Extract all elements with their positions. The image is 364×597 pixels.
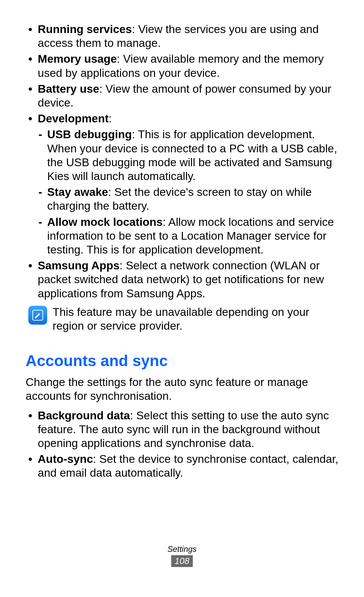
bullet-memory-usage: Memory usage: View available memory and … [26,52,338,80]
note-icon [28,306,47,325]
note-row: This feature may be unavailable dependin… [28,305,338,333]
bullet-title: Background data [38,409,130,422]
development-sublist: USB debugging: This is for application d… [38,127,338,257]
bullet-title: Running services [38,23,132,35]
sub-title: Stay awake [47,186,108,198]
sub-title: Allow mock locations [47,216,163,228]
bullet-desc: : [109,112,112,125]
sub-allow-mock-locations: Allow mock locations: Allow mock locatio… [38,215,338,257]
section-intro: Change the settings for the auto sync fe… [26,375,338,403]
bullet-title: Battery use [38,83,99,95]
page-footer: Settings 108 [0,544,364,567]
bullet-auto-sync: Auto-sync: Set the device to synchronise… [26,452,338,480]
sub-title: USB debugging [47,128,132,141]
top-bullets: Running services: View the services you … [26,22,338,300]
bullet-running-services: Running services: View the services you … [26,22,338,50]
bullet-title: Development [38,112,109,125]
sub-usb-debugging: USB debugging: This is for application d… [38,127,338,183]
bullet-background-data: Background data: Select this setting to … [26,409,338,450]
bullet-title: Memory usage [38,53,117,65]
bullet-samsung-apps: Samsung Apps: Select a network connectio… [26,259,338,300]
accounts-sync-bullets: Background data: Select this setting to … [26,409,338,480]
bullet-title: Auto-sync [38,453,93,465]
bullet-title: Samsung Apps [38,259,120,272]
section-heading-accounts-sync: Accounts and sync [26,352,338,370]
sub-stay-awake: Stay awake: Set the device's screen to s… [38,185,338,213]
bullet-development: Development: USB debugging: This is for … [26,112,338,257]
note-text: This feature may be unavailable dependin… [53,305,338,333]
pencil-note-icon [32,309,44,321]
page-content: Running services: View the services you … [26,22,338,482]
bullet-battery-use: Battery use: View the amount of power co… [26,82,338,110]
footer-section-label: Settings [0,544,364,554]
footer-page-number: 108 [171,555,192,567]
